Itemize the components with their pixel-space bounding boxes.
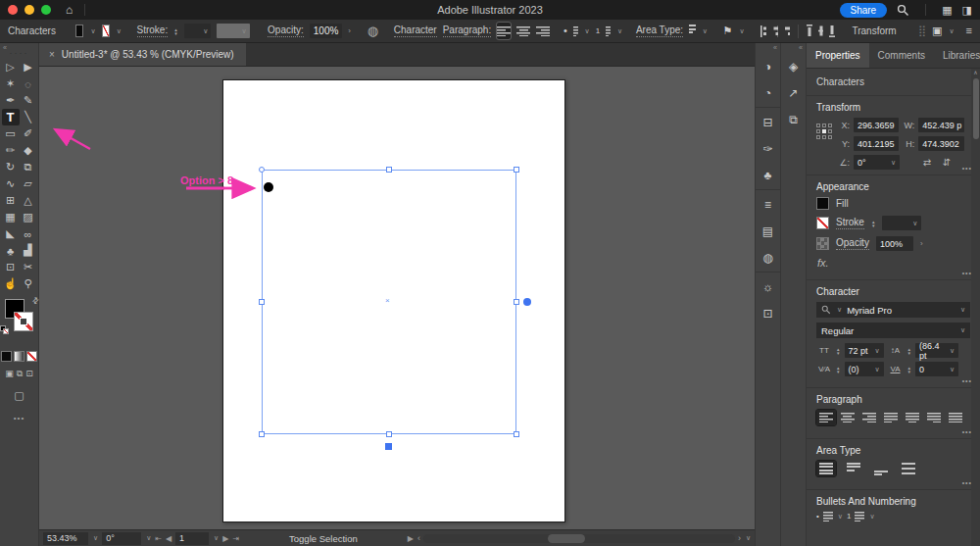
last-artboard-icon[interactable]: ⇥ [232, 534, 239, 543]
align-left-button[interactable] [497, 23, 511, 39]
align-center-button[interactable] [516, 23, 530, 39]
line-segment-tool[interactable]: ╲ [20, 109, 37, 125]
asset-export-icon[interactable]: ⧉ [781, 106, 807, 132]
align-right-button[interactable] [859, 410, 879, 425]
transform-link[interactable]: Transform [852, 25, 896, 36]
selection-handle[interactable] [514, 167, 519, 173]
eraser-tool[interactable]: ◆ [20, 142, 37, 159]
text-out-port[interactable] [523, 298, 531, 306]
horizontal-align-left-icon[interactable] [760, 25, 766, 37]
perspective-grid-tool[interactable]: △ [20, 192, 37, 209]
close-tab-icon[interactable]: × [49, 49, 55, 60]
column-graph-tool[interactable]: ▟ [20, 242, 37, 259]
slice-tool[interactable]: ✂ [20, 259, 37, 275]
scale-tool[interactable]: ⧉ [20, 159, 37, 175]
horizontal-align-right-icon[interactable] [784, 25, 790, 37]
type-tool[interactable]: T [2, 109, 20, 125]
stroke-weight-stepper[interactable]: ▴▾ [174, 27, 177, 35]
area-type-link[interactable]: Area Type: [636, 25, 683, 37]
shape-builder-tool[interactable]: ⊞ [2, 192, 20, 209]
scroll-right-icon[interactable]: › [738, 533, 741, 543]
panel-layout-icon[interactable]: ◨ [962, 5, 972, 16]
kerning-stepper[interactable]: ▴▾ [837, 366, 840, 373]
symbol-sprayer-tool[interactable]: ♣ [2, 242, 20, 259]
first-artboard-icon[interactable]: ⇤ [155, 534, 162, 543]
selection-handle[interactable] [259, 431, 265, 437]
paintbrush-tool[interactable]: ✐ [20, 125, 37, 142]
tracking-stepper[interactable]: ▴▾ [908, 366, 911, 373]
opacity-label[interactable]: Opacity [836, 237, 869, 250]
selection-handle[interactable] [514, 299, 519, 305]
export-panel-icon[interactable]: ↗ [781, 79, 807, 106]
bulleted-list-lines-icon[interactable] [823, 512, 833, 521]
stroke-swatch[interactable] [816, 217, 829, 229]
chevron-down-icon[interactable]: ∨ [739, 27, 744, 35]
tracking-dropdown[interactable]: 0∨ [915, 362, 958, 376]
stroke-panel-icon[interactable]: ≡ [756, 191, 781, 218]
paragraph-panel-link[interactable]: Paragraph: [443, 25, 491, 37]
home-icon[interactable]: ⌂ [66, 3, 73, 17]
control-bar-menu-icon[interactable]: ≡ [966, 25, 972, 36]
width-tool[interactable]: ∿ [2, 175, 20, 192]
opacity-field[interactable]: 100% [310, 24, 343, 38]
area-type-top-button[interactable] [844, 461, 863, 476]
stroke-weight-dropdown[interactable]: ∨ [184, 24, 212, 38]
mesh-tool[interactable]: ▦ [2, 209, 20, 225]
area-type-auto-button[interactable] [816, 461, 836, 476]
selection-tool[interactable]: ▶ [20, 59, 37, 75]
default-fill-stroke-icon[interactable] [0, 325, 10, 335]
font-size-dropdown[interactable]: 72 pt∨ [845, 343, 884, 358]
stroke-weight-dropdown[interactable]: ∨ [882, 216, 921, 230]
hand-tool[interactable]: ☝ [2, 275, 20, 292]
horizontal-scrollbar[interactable]: ‹ › [417, 532, 741, 545]
opacity-expand-icon[interactable]: › [348, 26, 351, 35]
chevron-down-icon[interactable]: ∨ [703, 27, 708, 35]
chevron-down-icon[interactable]: ∨ [214, 534, 219, 542]
lasso-tool[interactable]: ◌ [20, 75, 37, 92]
brushes-panel-icon[interactable]: ✑ [756, 135, 781, 162]
selection-handle[interactable] [386, 431, 392, 437]
transparency-panel-icon[interactable]: ◍ [756, 244, 781, 271]
document-tab[interactable]: × Untitled-3* @ 53.43 % (CMYK/Preview) [39, 43, 246, 66]
panel-scrollbar[interactable]: ∧ [971, 69, 980, 546]
next-artboard-icon[interactable]: ▶ [222, 534, 228, 543]
selection-handle[interactable] [259, 167, 265, 173]
chevron-down-icon[interactable]: ∨ [93, 534, 98, 542]
magic-wand-tool[interactable]: ✶ [2, 75, 20, 92]
opacity-expand-icon[interactable]: › [920, 239, 923, 248]
artboard-number-field[interactable]: 1 [175, 532, 209, 545]
vertical-align-bottom-icon[interactable] [829, 25, 835, 37]
screen-mode-icon[interactable]: ▢ [14, 389, 24, 402]
pen-tool[interactable]: ✒ [2, 92, 20, 109]
stroke-label[interactable]: Stroke [836, 217, 864, 229]
align-left-button[interactable] [816, 410, 836, 425]
kerning-dropdown[interactable]: (0)∨ [845, 362, 884, 376]
area-type-options-icon[interactable] [689, 25, 696, 37]
area-type-spread-button[interactable] [899, 461, 918, 476]
rotation-dropdown[interactable]: 0° ∨ [854, 155, 900, 170]
h-field[interactable]: 474.3902 [918, 136, 963, 151]
justify-last-right-button[interactable] [924, 410, 944, 425]
leading-stepper[interactable]: ▴▾ [908, 347, 911, 355]
chevron-down-icon[interactable]: ∨ [90, 27, 95, 35]
free-transform-tool[interactable]: ▱ [20, 175, 37, 192]
chevron-down-icon[interactable]: ∨ [746, 534, 751, 542]
chevron-down-icon[interactable]: ∨ [117, 27, 122, 35]
area-type-bottom-button[interactable] [871, 461, 891, 476]
edit-toolbar-icon[interactable]: ••• [14, 414, 24, 422]
opacity-swatch[interactable] [816, 237, 829, 250]
close-window-button[interactable] [8, 5, 18, 15]
numbered-list-icon[interactable]: 1 [847, 513, 851, 521]
draw-normal-icon[interactable]: ▣ [5, 369, 14, 379]
scrollbar-track[interactable] [423, 534, 735, 543]
stroke-color-swatch[interactable] [102, 25, 110, 37]
color-button[interactable] [1, 351, 12, 362]
chevron-down-icon[interactable]: ∨ [585, 27, 590, 35]
eyedropper-tool[interactable]: ◣ [2, 225, 20, 242]
zoom-window-button[interactable] [41, 5, 51, 15]
character-panel-link[interactable]: Character [394, 25, 437, 37]
artboard-tool[interactable]: ⊡ [2, 259, 20, 275]
stroke-link[interactable]: Stroke: [137, 25, 169, 37]
gradient-panel-icon[interactable]: ▤ [756, 218, 781, 244]
tab-libraries[interactable]: Libraries [934, 43, 980, 68]
